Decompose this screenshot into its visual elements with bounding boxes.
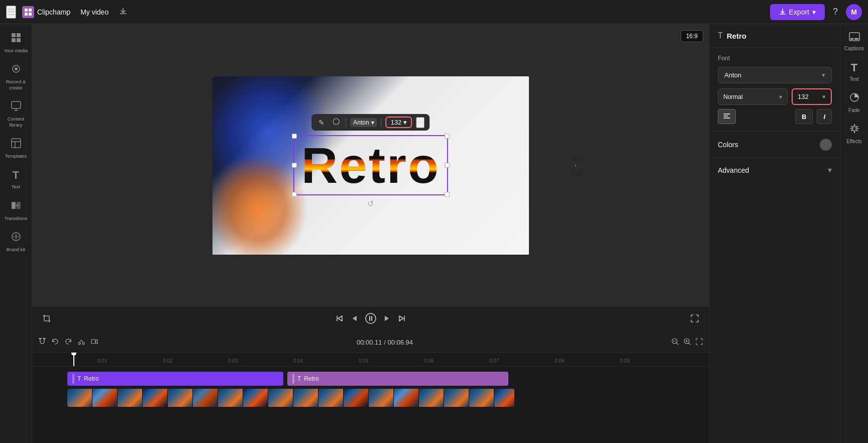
fr-item-text[interactable]: T Text xyxy=(842,57,866,86)
canvas-area[interactable]: 16:9 ✎ xyxy=(32,24,709,306)
thumb-13 xyxy=(369,389,394,407)
track-handle-left-2[interactable] xyxy=(292,374,294,384)
topbar: ☰ Clipchamp My video xyxy=(0,0,868,24)
text-clip-2[interactable]: T Retro xyxy=(287,372,508,386)
save-icon xyxy=(119,7,128,18)
advanced-label: Advanced xyxy=(718,166,749,174)
font-style-size-row: Normal ▾ 132 ▾ xyxy=(718,88,832,105)
handle-bottom-left[interactable] xyxy=(292,192,297,197)
colors-section[interactable]: Colors xyxy=(710,132,840,158)
advanced-section[interactable]: Advanced ▾ xyxy=(710,158,840,182)
sidebar-item-brand-kit[interactable]: Brand kit xyxy=(2,227,30,256)
ruler-mark-0-02: 0:02 xyxy=(163,358,172,364)
retro-text-element[interactable]: Retro xyxy=(301,140,440,190)
content-library-icon xyxy=(11,100,22,114)
thumb-3 xyxy=(118,389,143,407)
brand-kit-icon xyxy=(11,231,22,245)
more-options-button[interactable]: ··· xyxy=(416,117,424,128)
cut-button[interactable] xyxy=(77,338,85,348)
ruler-mark-0-03: 0:03 xyxy=(228,358,238,364)
text-clip-1-label: Retro xyxy=(84,375,98,382)
timeline-time-display: 00:00.11 / 00:06.94 xyxy=(103,339,666,346)
floating-font-size[interactable]: 132 ▾ xyxy=(386,117,412,128)
handle-bottom-right[interactable] xyxy=(445,192,450,197)
fr-item-fade[interactable]: Fade xyxy=(842,88,866,117)
fit-timeline-button[interactable] xyxy=(695,338,703,348)
text-clip-1[interactable]: T Retro xyxy=(67,372,283,386)
thumb-11 xyxy=(318,389,344,407)
zoom-out-button[interactable] xyxy=(671,338,679,348)
skip-to-start-button[interactable] xyxy=(335,314,344,325)
fullscreen-button[interactable] xyxy=(690,314,699,325)
font-style-select[interactable]: Normal ▾ xyxy=(718,88,788,105)
brand-logo: Clipchamp xyxy=(22,6,70,18)
sidebar-item-your-media[interactable]: Your media xyxy=(2,28,30,57)
zoom-in-button[interactable] xyxy=(683,338,691,348)
rewind-button[interactable] xyxy=(350,314,359,325)
magnet-button[interactable] xyxy=(38,338,46,348)
timeline-right-controls xyxy=(671,338,703,348)
edit-text-button[interactable]: ✎ xyxy=(316,118,327,128)
italic-button[interactable]: I xyxy=(817,109,832,124)
font-name-select[interactable]: Anton ▾ xyxy=(718,67,832,83)
track-handle-left-1[interactable] xyxy=(72,374,74,384)
thumb-15 xyxy=(419,389,444,407)
avatar[interactable]: M xyxy=(846,4,862,20)
center-content: 16:9 ✎ xyxy=(32,24,709,443)
redo-button[interactable] xyxy=(64,338,72,348)
align-left-button[interactable] xyxy=(718,109,736,124)
playhead[interactable] xyxy=(73,353,74,366)
play-pause-button[interactable] xyxy=(365,313,376,326)
sidebar-item-content-library[interactable]: Content library xyxy=(2,96,30,132)
handle-middle-right[interactable] xyxy=(445,163,450,168)
collapse-right-panel-button[interactable]: › xyxy=(572,157,580,173)
svg-rect-16 xyxy=(44,316,49,321)
text-track-content-1: T Retro T Retro xyxy=(67,370,709,388)
text-icon-1: T xyxy=(77,375,81,382)
fr-item-effects[interactable]: Effects xyxy=(842,119,866,148)
sidebar-item-text[interactable]: T Text xyxy=(2,165,30,193)
text-style-button[interactable] xyxy=(331,117,342,128)
sidebar-item-record-create[interactable]: Record & create xyxy=(2,59,30,94)
video-track[interactable] xyxy=(67,389,514,407)
sidebar-label-content-library: Content library xyxy=(4,116,28,128)
svg-rect-4 xyxy=(12,33,16,37)
thumb-6 xyxy=(193,389,218,407)
handle-top-right[interactable] xyxy=(445,134,450,139)
text-icon: T xyxy=(13,169,19,182)
font-size-input[interactable]: 132 ▾ xyxy=(792,88,832,105)
svg-rect-3 xyxy=(29,13,32,16)
fr-label-fade: Fade xyxy=(848,107,860,113)
sidebar-label-templates: Templates xyxy=(5,153,27,159)
handle-top-left[interactable] xyxy=(292,134,297,139)
thumb-10 xyxy=(293,389,318,407)
fade-icon xyxy=(849,92,860,105)
svg-rect-20 xyxy=(91,340,95,344)
help-button[interactable]: ? xyxy=(833,7,838,17)
fr-item-captions[interactable]: Captions xyxy=(842,28,866,55)
undo-button[interactable] xyxy=(51,338,59,348)
color-swatch[interactable] xyxy=(820,139,832,151)
spacer xyxy=(740,109,791,124)
sidebar-item-transitions[interactable]: Transitions xyxy=(2,196,30,225)
thumb-1 xyxy=(67,389,92,407)
sidebar-item-templates[interactable]: Templates xyxy=(2,134,30,163)
rotate-handle[interactable]: ↺ xyxy=(367,199,374,208)
bold-button[interactable]: B xyxy=(795,109,813,124)
handle-middle-left[interactable] xyxy=(292,163,297,168)
left-sidebar: Your media Record & create Content libra… xyxy=(0,24,32,443)
your-media-icon xyxy=(11,32,22,46)
floating-font-select[interactable]: Anton ▾ xyxy=(350,118,377,127)
menu-button[interactable]: ☰ xyxy=(6,6,16,19)
text-element-container[interactable]: ✎ Anton ▾ 132 xyxy=(293,135,448,195)
fast-forward-button[interactable] xyxy=(382,314,391,325)
project-name-button[interactable]: My video xyxy=(76,6,113,18)
chevron-down-icon-2: ▾ xyxy=(779,93,782,100)
skip-to-end-button[interactable] xyxy=(397,314,406,325)
crop-button[interactable] xyxy=(42,314,51,325)
record-button[interactable] xyxy=(90,338,98,348)
templates-icon xyxy=(11,138,22,151)
svg-rect-2 xyxy=(25,13,28,16)
playback-controls xyxy=(32,306,709,333)
export-button[interactable]: Export ▾ xyxy=(770,4,825,20)
